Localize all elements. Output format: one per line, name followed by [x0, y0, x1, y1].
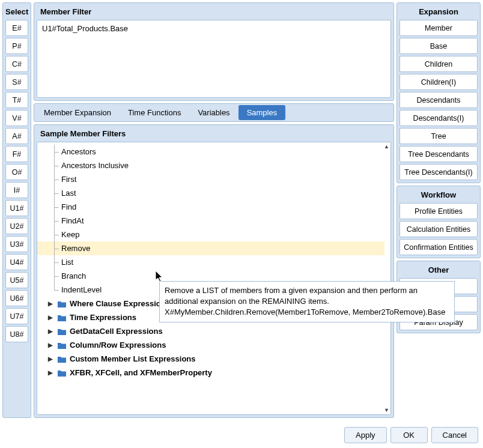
chevron-right-icon: ▶	[48, 328, 54, 334]
tree-folder-column-row-expressions[interactable]: ▶Column/Row Expressions	[37, 338, 390, 352]
center-column: Member Filter Member ExpansionTime Funct…	[34, 2, 394, 418]
expansion-button-5[interactable]: Descendants(I)	[399, 110, 478, 126]
chevron-right-icon: ▶	[48, 314, 54, 321]
select-button-c[interactable]: C#	[5, 56, 28, 72]
tree-folder-label: Where Clause Expressions	[70, 299, 170, 308]
workflow-header: Workflow	[399, 189, 478, 203]
expansion-header: Expansion	[399, 5, 478, 20]
expansion-button-8[interactable]: Tree Descendants(I)	[399, 164, 478, 180]
tree-item-findat[interactable]: FindAt	[37, 214, 390, 228]
expansion-panel: Expansion MemberBaseChildrenChildren(I)D…	[396, 2, 481, 183]
workflow-panel: Workflow Profile EntitiesCalculation Ent…	[396, 186, 481, 258]
folder-icon	[58, 314, 66, 321]
tree-item-find[interactable]: Find	[37, 200, 390, 214]
member-filter-input[interactable]	[37, 20, 391, 98]
tree-item-last[interactable]: Last	[37, 186, 390, 200]
tree-item-list[interactable]: List	[37, 255, 390, 269]
select-button-s[interactable]: S#	[5, 74, 28, 90]
expansion-button-3[interactable]: Children(I)	[399, 74, 478, 90]
select-panel: Select E#P#C#S#T#V#A#F#O#I#U1#U2#U3#U4#U…	[2, 2, 31, 418]
select-button-f[interactable]: F#	[5, 146, 28, 162]
select-button-a[interactable]: A#	[5, 128, 28, 144]
right-column: Expansion MemberBaseChildrenChildren(I)D…	[396, 2, 481, 418]
tree-folder-label: Column/Row Expressions	[70, 341, 166, 350]
tab-time-functions[interactable]: Time Functions	[120, 105, 189, 120]
select-button-i[interactable]: I#	[5, 182, 28, 198]
workflow-button-1[interactable]: Calculation Entities	[399, 221, 478, 237]
scroll-down-icon[interactable]: ▼	[384, 407, 389, 413]
other-header: Other	[399, 264, 478, 278]
workflow-button-2[interactable]: Confirmation Entities	[399, 239, 478, 255]
folder-icon	[58, 356, 66, 362]
tooltip-example: X#MyMember.Children.Remove(Member1ToRemo…	[165, 307, 449, 318]
select-button-u5[interactable]: U5#	[5, 272, 28, 288]
expansion-button-1[interactable]: Base	[399, 38, 478, 54]
samples-header: Sample Member Filters	[37, 127, 391, 142]
samples-panel: Sample Member Filters ▲ ▼ AncestorsAnces…	[34, 124, 394, 418]
folder-icon	[58, 300, 66, 307]
tree-item-keep[interactable]: Keep	[37, 228, 390, 241]
tooltip: Remove a LIST of members from a given ex…	[159, 281, 455, 322]
expansion-button-6[interactable]: Tree	[399, 128, 478, 144]
tab-samples[interactable]: Samples	[238, 105, 286, 120]
tooltip-description: Remove a LIST of members from a given ex…	[165, 285, 449, 307]
tree-folder-label: Time Expressions	[70, 313, 136, 322]
tree-folder-custom-member-list-expressions[interactable]: ▶Custom Member List Expressions	[37, 352, 390, 366]
workflow-button-0[interactable]: Profile Entities	[399, 203, 478, 219]
chevron-right-icon: ▶	[48, 342, 54, 348]
samples-tree[interactable]: ▲ ▼ AncestorsAncestors InclusiveFirstLas…	[37, 142, 391, 415]
select-button-u2[interactable]: U2#	[5, 218, 28, 234]
select-button-u3[interactable]: U3#	[5, 236, 28, 252]
cancel-button[interactable]: Cancel	[431, 427, 478, 443]
apply-button[interactable]: Apply	[344, 427, 387, 443]
folder-icon	[58, 328, 66, 334]
member-filter-header: Member Filter	[37, 5, 391, 20]
select-button-t[interactable]: T#	[5, 92, 28, 108]
expansion-button-0[interactable]: Member	[399, 20, 478, 36]
tree-item-ancestors-inclusive[interactable]: Ancestors Inclusive	[37, 159, 390, 172]
chevron-right-icon: ▶	[48, 369, 54, 376]
select-button-u4[interactable]: U4#	[5, 254, 28, 270]
tree-item-ancestors[interactable]: Ancestors	[37, 145, 390, 159]
chevron-right-icon: ▶	[48, 300, 54, 307]
expansion-button-2[interactable]: Children	[399, 56, 478, 72]
tree-item-first[interactable]: First	[37, 172, 390, 186]
expansion-button-4[interactable]: Descendants	[399, 92, 478, 108]
member-filter-panel: Member Filter	[34, 2, 394, 101]
select-button-o[interactable]: O#	[5, 164, 28, 180]
select-button-u7[interactable]: U7#	[5, 308, 28, 324]
select-button-p[interactable]: P#	[5, 38, 28, 54]
folder-icon	[58, 342, 66, 348]
tab-member-expansion[interactable]: Member Expansion	[35, 105, 120, 120]
tree-folder-getdatacell-expressions[interactable]: ▶GetDataCell Expressions	[37, 324, 390, 338]
expansion-button-7[interactable]: Tree Descendants	[399, 146, 478, 162]
dialog-buttons: Apply OK Cancel	[344, 427, 478, 443]
select-button-e[interactable]: E#	[5, 20, 28, 36]
tree-folder-label: Custom Member List Expressions	[70, 354, 196, 363]
tabs-bar: Member ExpansionTime FunctionsVariablesS…	[34, 103, 394, 122]
select-button-u8[interactable]: U8#	[5, 326, 28, 342]
tree-folder-label: XFBR, XFCell, and XFMemberProperty	[70, 368, 212, 377]
folder-icon	[58, 369, 66, 376]
ok-button[interactable]: OK	[390, 427, 428, 443]
select-button-u6[interactable]: U6#	[5, 290, 28, 306]
chevron-right-icon: ▶	[48, 356, 54, 362]
select-button-v[interactable]: V#	[5, 110, 28, 126]
tab-variables[interactable]: Variables	[189, 105, 238, 120]
tree-folder-xfbr-xfcell-and-xfmemberproperty[interactable]: ▶XFBR, XFCell, and XFMemberProperty	[37, 366, 390, 380]
select-button-u1[interactable]: U1#	[5, 200, 28, 216]
select-header: Select	[5, 5, 28, 20]
tree-folder-label: GetDataCell Expressions	[70, 327, 163, 336]
tree-item-remove[interactable]: Remove	[37, 241, 384, 255]
